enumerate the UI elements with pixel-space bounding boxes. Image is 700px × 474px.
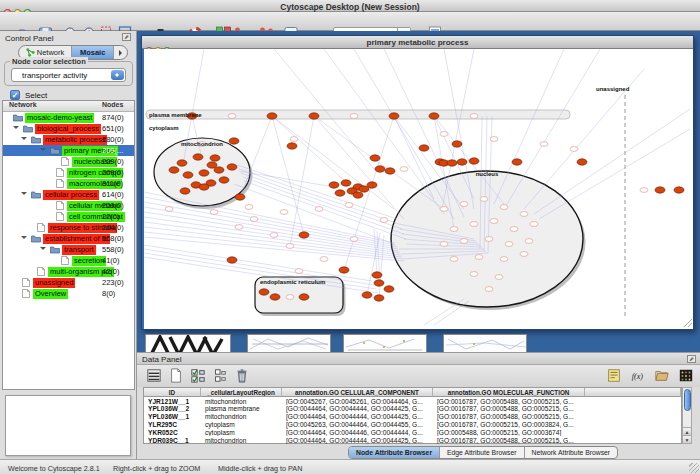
table-cell[interactable]: YJR121W__1 bbox=[148, 398, 199, 406]
tree-row[interactable]: cell communicat22(0) bbox=[3, 211, 134, 222]
tree-row[interactable]: primary metabo209(... bbox=[3, 145, 134, 156]
resize-grip[interactable] bbox=[689, 463, 699, 473]
unselect-attributes-icon[interactable] bbox=[211, 367, 229, 384]
tree-row-label[interactable]: establishment of lo bbox=[43, 234, 110, 244]
tab-network-attribute-browser[interactable]: Network Attribute Browser bbox=[525, 447, 618, 458]
table-column-header[interactable]: annotation.GO MOLECULAR_FUNCTION bbox=[433, 388, 585, 397]
tree-row[interactable]: multi-organism pro42(0) bbox=[3, 266, 134, 277]
tree-expander-icon[interactable] bbox=[21, 137, 27, 143]
data-panel-float-icon[interactable]: ⬈ bbox=[687, 355, 696, 363]
table-cell[interactable]: mitochondrion bbox=[205, 398, 280, 406]
table-cell[interactable]: cytoplasm bbox=[205, 429, 280, 437]
tree-row-label[interactable]: transport bbox=[62, 245, 96, 255]
scrollbar-thumb[interactable] bbox=[684, 389, 691, 411]
tree-expander-icon[interactable] bbox=[40, 247, 46, 253]
background-window-2[interactable] bbox=[343, 334, 427, 352]
table-scrollbar[interactable]: ▲ ▼ bbox=[682, 387, 692, 444]
table-cell[interactable]: YPL036W__1 bbox=[148, 413, 199, 421]
tree-row[interactable]: nucleobase-209(0) bbox=[3, 156, 134, 167]
tree-row[interactable]: metabolic process280(0) bbox=[3, 134, 134, 145]
table-row[interactable]: YLR295Ccytoplasm[GO:0045263, GO:0044464,… bbox=[144, 421, 681, 429]
attribute-table[interactable]: ID_cellularLayoutRegionannotation.GO CEL… bbox=[143, 387, 682, 444]
table-cell[interactable]: YDR039C__1 bbox=[148, 437, 199, 445]
tree-row[interactable]: cellular process614(0) bbox=[3, 189, 134, 200]
select-nodes-checkbox[interactable]: ✓ bbox=[10, 90, 20, 100]
table-cell[interactable]: [GO:0045263, GO:0044464, GO:0044455, G..… bbox=[286, 421, 431, 429]
tree-row-label[interactable]: biological_process bbox=[35, 124, 101, 134]
table-cell[interactable]: [GO:0045267, GO:0045261, GO:0044464, G..… bbox=[286, 398, 431, 406]
network-canvas-container[interactable]: plasma membranecytoplasmmitochondrionnuc… bbox=[144, 49, 693, 329]
tree-row-label[interactable]: Overview bbox=[33, 289, 68, 299]
tree-row[interactable]: transport558(0) bbox=[3, 244, 134, 255]
tree-row[interactable]: Overview8(0) bbox=[3, 288, 134, 299]
table-cell[interactable]: [GO:0016787, GO:0005215, GO:0003824, G..… bbox=[437, 421, 583, 429]
tree-row-label[interactable]: mosaic-demo-yeast bbox=[25, 113, 94, 123]
table-row[interactable]: YJR121W__1mitochondrion[GO:0045267, GO:0… bbox=[144, 398, 681, 406]
tree-row[interactable]: macromolecule311(0) bbox=[3, 178, 134, 189]
tree-expander-icon[interactable] bbox=[13, 126, 19, 132]
table-cell[interactable]: YLR295C bbox=[148, 421, 199, 429]
tree-row[interactable]: establishment of lo558(0) bbox=[3, 233, 134, 244]
attribute-select-icon[interactable] bbox=[145, 367, 163, 384]
tab-node-attribute-browser[interactable]: Node Attribute Browser bbox=[349, 447, 440, 458]
table-row[interactable]: YPL036W__2plasma membrane[GO:0044464, GO… bbox=[144, 405, 681, 413]
table-cell[interactable]: cytoplasm bbox=[205, 421, 280, 429]
network-canvas[interactable]: plasma membranecytoplasmmitochondrionnuc… bbox=[144, 49, 693, 329]
background-window-1[interactable] bbox=[247, 334, 331, 352]
table-cell[interactable]: mitochondrion bbox=[205, 437, 280, 445]
table-column-header[interactable]: _cellularLayoutRegion bbox=[201, 388, 282, 397]
scroll-up-icon[interactable]: ▲ bbox=[683, 427, 691, 435]
matrix-icon[interactable] bbox=[677, 367, 695, 384]
formula-icon[interactable]: f(x) bbox=[629, 367, 647, 384]
node-color-dropdown[interactable]: transporter activity bbox=[11, 68, 126, 82]
tree-expander-icon[interactable] bbox=[40, 148, 46, 154]
scroll-down-icon[interactable]: ▼ bbox=[683, 435, 691, 443]
table-cell[interactable]: [GO:0044464, GO:0044444, GO:0044425, G..… bbox=[286, 405, 431, 413]
tree-row[interactable]: mosaic-demo-yeast874(0) bbox=[3, 112, 134, 123]
table-cell[interactable]: mitochondrion bbox=[205, 413, 280, 421]
tree-row-label[interactable]: unassigned bbox=[33, 278, 75, 288]
background-window-3[interactable] bbox=[443, 334, 527, 352]
edge bbox=[424, 299, 464, 325]
tree-row-label[interactable]: metabolic process bbox=[43, 135, 107, 145]
annotation-icon[interactable] bbox=[605, 367, 623, 384]
table-column-header[interactable]: annotation.GO CELLULAR_COMPONENT bbox=[282, 388, 433, 397]
table-cell[interactable]: YKR052C bbox=[148, 429, 199, 437]
table-cell[interactable]: [GO:0016787, GO:0005488, GO:0005215, G..… bbox=[437, 413, 583, 421]
table-cell[interactable]: [GO:0044464, GO:0044446, GO:0044444, G..… bbox=[286, 429, 431, 437]
create-attribute-icon[interactable] bbox=[167, 367, 185, 384]
tab-overflow-button[interactable] bbox=[114, 46, 127, 59]
table-cell[interactable]: plasma membrane bbox=[205, 405, 280, 413]
tree-row[interactable]: biological_process651(0) bbox=[3, 123, 134, 134]
tab-edge-attribute-browser[interactable]: Edge Attribute Browser bbox=[440, 447, 525, 458]
network-window[interactable]: primary metabolic process plasma membran… bbox=[141, 35, 694, 330]
tree-row[interactable]: response to stimulu264(0) bbox=[3, 222, 134, 233]
tree-row[interactable]: nitrogen compo209(0) bbox=[3, 167, 134, 178]
network-window-title-bar[interactable]: primary metabolic process bbox=[142, 36, 693, 49]
tree-row-label[interactable]: cellular process bbox=[43, 190, 99, 200]
tree-row[interactable]: unassigned223(0) bbox=[3, 277, 134, 288]
status-zoom-hint: Right-click + drag to ZOOM bbox=[113, 464, 200, 473]
tree-row[interactable]: secretion41(0) bbox=[3, 255, 134, 266]
background-window-logo[interactable] bbox=[145, 334, 231, 352]
table-row[interactable]: YDR039C__1mitochondrion[GO:0044464, GO:0… bbox=[144, 437, 681, 445]
table-column-header[interactable]: ID bbox=[144, 388, 201, 397]
tree-row[interactable]: cellular metabo209(0) bbox=[3, 200, 134, 211]
birds-eye-view[interactable] bbox=[5, 395, 131, 456]
delete-attribute-icon[interactable] bbox=[233, 367, 251, 384]
import-icon[interactable] bbox=[653, 367, 671, 384]
control-panel-float-icon[interactable]: ⬈ bbox=[122, 33, 131, 41]
table-cell[interactable]: [GO:0044464, GO:0044444, GO:0044425, G..… bbox=[286, 437, 431, 445]
table-cell[interactable]: YPL036W__2 bbox=[148, 405, 199, 413]
table-cell[interactable]: [GO:0016787, GO:0005488, GO:0005215, G..… bbox=[437, 405, 583, 413]
select-attributes-icon[interactable] bbox=[189, 367, 207, 384]
tree-expander-icon[interactable] bbox=[21, 236, 27, 242]
table-row[interactable]: YKR052Ccytoplasm[GO:0044464, GO:0044446,… bbox=[144, 429, 681, 437]
table-row[interactable]: YPL036W__1mitochondrion[GO:0044464, GO:0… bbox=[144, 413, 681, 421]
tree-row-node-count: 209(... bbox=[102, 146, 123, 155]
tree-expander-icon[interactable] bbox=[21, 192, 27, 198]
table-cell[interactable]: [GO:0016787, GO:0005488, GO:0005215, G..… bbox=[437, 398, 583, 406]
table-cell[interactable]: [GO:0005488, GO:0005215, GO:0003674] bbox=[437, 429, 583, 437]
table-cell[interactable]: [GO:0016787, GO:0005488, GO:0005215, G..… bbox=[437, 437, 583, 445]
table-cell[interactable]: [GO:0044464, GO:0044444, GO:0044425, G..… bbox=[286, 413, 431, 421]
